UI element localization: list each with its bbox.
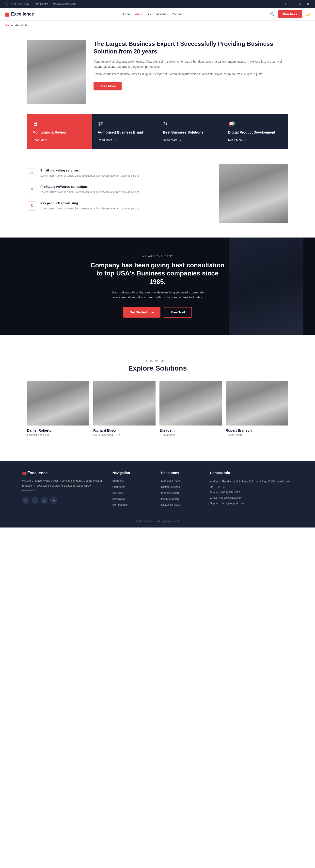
marketing-section: ✉ Email marketing services. Lorem ipsum … — [22, 159, 293, 228]
marketing-ppc-title: Pay per click advertising. — [40, 201, 140, 205]
service-card-brand-link[interactable]: Read More — [98, 138, 152, 142]
people-title: Explore Solutions — [27, 364, 288, 372]
marketing-image-placeholder — [219, 164, 288, 223]
service-card-monitoring-link[interactable]: Read More — [33, 138, 87, 142]
service-card-digital-title: Digital Product Development — [228, 130, 282, 135]
service-card-solutions-link[interactable]: Read More — [163, 138, 217, 142]
cta-subtitle: Start working with us that can provide e… — [108, 290, 207, 300]
marketing-email-title: Email marketing services. — [40, 168, 140, 172]
marketing-ppc-content: Pay per click advertising. Lorem ipsum d… — [40, 201, 140, 211]
nav-home[interactable]: Home — [121, 12, 130, 16]
footer-twitter-icon[interactable]: t — [32, 497, 38, 504]
marketing-adwords-title: Profitable AdWords campaigns. — [40, 185, 140, 188]
service-card-monitoring: 🖥 Monitoring & Review Read More — [27, 114, 92, 149]
twitter-icon[interactable]: t — [290, 1, 295, 6]
people-content: OUR PEOPLE Explore Solutions Daniel Robe… — [22, 347, 293, 449]
footer-bottom: © 2023 Excellence. All Rights Reserved. — [22, 516, 293, 523]
person-photo-robert — [226, 381, 288, 426]
main-nav: Home About Our Services Contact — [121, 12, 183, 16]
monitoring-icon: 🖥 — [33, 121, 87, 127]
service-card-digital-link[interactable]: Read More — [228, 138, 282, 142]
people-section: OUR PEOPLE Explore Solutions Daniel Robe… — [0, 335, 315, 461]
nav-about[interactable]: About — [135, 12, 143, 16]
solutions-icon: ↻ — [163, 121, 217, 127]
footer-contact: Contact Info Address : Excellence Soluti… — [210, 471, 293, 508]
footer-resources-list: Marketing Plans Digital Services Interio… — [161, 479, 203, 506]
footer-resource-marketing[interactable]: Marketing Plans — [161, 479, 181, 483]
dark-mode-toggle[interactable]: 🌙 — [305, 12, 310, 17]
footer-facebook-icon[interactable]: f — [22, 497, 29, 504]
person-photo-elizabeth-placeholder — [160, 381, 222, 426]
service-card-brand-title: Authorised Business Brand — [98, 130, 152, 135]
footer-nav-components[interactable]: Components — [112, 503, 128, 506]
service-card-brand: 🕊 Authorised Business Brand Read More — [92, 114, 158, 149]
cta-title: Company has been giving best consultatio… — [89, 261, 226, 286]
logo-icon: ▣ — [5, 11, 10, 17]
person-photo-elizabeth — [160, 381, 222, 426]
cta-section: WE ARE THE BEST Company has been giving … — [0, 238, 315, 335]
footer-resources-title: Resources — [161, 471, 203, 475]
person-card-robert: Robert Branson Project Leader — [226, 381, 288, 436]
breadcrumb-current: About Us — [15, 24, 27, 27]
footer-grid: ▣ Excellence We are Creative. World's be… — [22, 471, 293, 508]
person-photo-richard-placeholder — [93, 381, 155, 426]
breadcrumb: Home / About Us — [0, 21, 315, 30]
nav-services[interactable]: Our Services — [148, 12, 167, 16]
footer-resource-digital[interactable]: Digital Services — [161, 485, 180, 488]
marketing-item-adwords: ≡ Profitable AdWords campaigns. Lorem ip… — [27, 185, 212, 194]
instagram-icon[interactable]: ◎ — [298, 1, 303, 6]
footer-nav-blog[interactable]: Blog posts — [112, 485, 125, 488]
footer-nav-services[interactable]: Services — [112, 491, 123, 494]
free-trail-button[interactable]: Free Trail — [164, 307, 192, 318]
adwords-icon: ≡ — [27, 185, 36, 194]
footer-logo-text: Excellence — [27, 471, 48, 475]
footer-resource-digital2[interactable]: Digital Services — [161, 503, 180, 506]
person-card-elizabeth: Elizabeth HR Manager — [160, 381, 222, 436]
person-name-daniel: Daniel Roberto — [27, 429, 89, 432]
linkedin-icon[interactable]: in — [305, 1, 310, 6]
footer-resource-interior[interactable]: Interior Design — [161, 491, 179, 494]
footer-email: Email : info@example.com — [210, 495, 293, 500]
top-bar-social: f t ◎ in — [283, 1, 310, 6]
footer-phone: Phone : +1(21) 234 4567 — [210, 490, 293, 495]
about-paragraph-2: Pellen tesque libero ut justo, ultrices … — [94, 72, 288, 76]
top-bar-phone: 📞 +1(21) 234 4567 — [5, 2, 29, 6]
about-read-more-button[interactable]: Read More — [94, 82, 121, 90]
service-card-solutions: ↻ Best Business Solutions Read More — [158, 114, 223, 149]
service-cards: 🖥 Monitoring & Review Read More 🕊 Author… — [22, 114, 293, 149]
cta-tag: WE ARE THE BEST — [5, 255, 310, 258]
footer-linkedin-icon[interactable]: in — [50, 497, 57, 504]
top-bar-left: 📞 +1(21) 234 4567 Help Center mail@examp… — [5, 2, 76, 6]
footer-copyright: © 2023 Excellence. All Rights Reserved. — [135, 520, 179, 523]
footer-logo-icon: ▣ — [22, 471, 26, 475]
person-photo-daniel-placeholder — [27, 381, 89, 426]
footer-instagram-icon[interactable]: ◎ — [41, 497, 48, 504]
phone-icon: 📞 — [5, 2, 8, 6]
logo[interactable]: ▣ Excellence — [5, 11, 34, 17]
footer-nav-title: Navigation — [112, 471, 154, 475]
person-role-richard: Co Founder and COO — [93, 433, 155, 436]
nav-contact[interactable]: Contact — [172, 12, 183, 16]
logo-text: Excellence — [11, 11, 34, 17]
footer-resources: Resources Marketing Plans Digital Servic… — [161, 471, 203, 508]
get-started-button[interactable]: Get Started now — [123, 307, 161, 318]
footer-nav-about[interactable]: About Us — [112, 479, 124, 483]
about-title: The Largest Business Expert ! Successful… — [94, 40, 288, 55]
facebook-icon[interactable]: f — [283, 1, 288, 6]
footer-contact-title: Contact Info — [210, 471, 293, 475]
footer-support: Support : info@support.com — [210, 500, 293, 506]
purchase-button[interactable]: Purchase — [278, 10, 302, 18]
top-bar-help[interactable]: Help Center — [34, 2, 48, 5]
service-card-solutions-title: Best Business Solutions — [163, 130, 217, 135]
footer-resource-product[interactable]: Product Selling — [161, 497, 179, 500]
footer-address: Address : Excellence Solutions, 343 mark… — [210, 479, 293, 490]
marketing-adwords-text: Lorem ipsum dolor sit amet. Ea consequun… — [40, 190, 140, 194]
footer-nav-contact[interactable]: Contact us — [112, 497, 126, 500]
search-icon[interactable]: 🔍 — [270, 12, 275, 17]
person-photo-daniel — [27, 381, 89, 426]
marketing-image — [219, 164, 288, 223]
person-role-elizabeth: HR Manager — [160, 433, 222, 436]
about-content: The Largest Business Expert ! Successful… — [94, 40, 288, 90]
people-tag: OUR PEOPLE — [27, 360, 288, 363]
breadcrumb-home[interactable]: Home — [5, 24, 13, 27]
